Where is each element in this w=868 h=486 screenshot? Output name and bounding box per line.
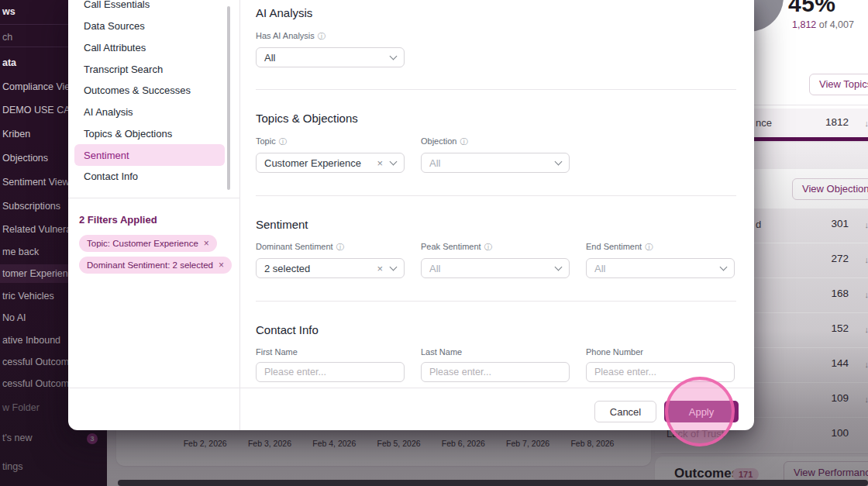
objection-row-count: 168 [831, 288, 849, 299]
topic-value: Customer Experience [264, 157, 377, 169]
objection-select[interactable]: All [421, 153, 570, 173]
section-title-topics-objections: Topics & Objections [256, 112, 358, 125]
filter-chip[interactable]: Dominant Sentiment: 2 selected × [79, 257, 232, 274]
phone-number-input[interactable] [586, 362, 735, 382]
dominant-sentiment-field: Dominant Sentimentⓘ 2 selected × [256, 242, 405, 278]
section-title-contact-info: Contact Info [256, 323, 319, 336]
objection-row-delta: ↓6 [864, 255, 868, 264]
end-sentiment-select[interactable]: All [586, 258, 735, 278]
last-name-input[interactable] [421, 362, 570, 382]
topic-select[interactable]: Customer Experience × [256, 153, 405, 173]
cancel-button[interactable]: Cancel [594, 401, 656, 422]
chevron-down-icon [390, 53, 398, 60]
peak-sentiment-value: All [429, 263, 556, 274]
chip-remove-icon[interactable]: × [219, 260, 224, 271]
filter-menu-item[interactable]: Outcomes & Successes [74, 80, 225, 102]
filter-menu-item[interactable]: Contact Info [74, 166, 225, 188]
applied-filter-chips: Topic: Customer Experience × Dominant Se… [79, 235, 232, 274]
filter-menu-item[interactable]: Data Sources [74, 16, 225, 37]
info-icon: ⓘ [279, 136, 287, 147]
objection-row-delta: ↓6 [864, 325, 868, 334]
objection-row-label-fragment: d [756, 219, 761, 230]
filter-menu-item[interactable]: Sentiment [74, 144, 225, 166]
objection-row-count: 144 [831, 357, 849, 369]
peak-sentiment-field: Peak Sentimentⓘ All [421, 242, 570, 278]
end-sentiment-value: All [594, 263, 721, 274]
divider [256, 301, 736, 302]
has-ai-analysis-select[interactable]: All [256, 47, 405, 67]
divider [256, 89, 736, 90]
info-icon: ⓘ [484, 242, 492, 253]
objection-row-count: 109 [831, 392, 849, 404]
end-sentiment-label: End Sentiment [586, 242, 642, 251]
horizontal-scrollbar[interactable] [118, 480, 868, 486]
last-name-field: Last Name [421, 347, 570, 382]
first-name-input[interactable] [256, 362, 405, 382]
objection-value: All [429, 157, 556, 169]
peak-sentiment-select[interactable]: All [421, 258, 570, 278]
apply-button[interactable]: Apply [664, 401, 739, 422]
topic-row-delta: ↓6 [864, 119, 868, 128]
filter-chip[interactable]: Topic: Customer Experience × [79, 235, 217, 252]
dominant-sentiment-label: Dominant Sentiment [256, 242, 333, 251]
clear-icon[interactable]: × [377, 157, 383, 169]
section-title-ai-analysis: AI Analysis [256, 6, 312, 19]
phone-number-field: Phone Number [586, 347, 735, 382]
has-ai-analysis-value: All [264, 52, 391, 64]
objection-label: Objection [421, 136, 456, 146]
outcomes-count-badge: 171 [732, 468, 759, 481]
has-ai-analysis-field: Has AI Analysisⓘ All [256, 31, 405, 67]
chevron-down-icon [390, 158, 398, 166]
info-icon: ⓘ [318, 31, 326, 42]
chevron-down-icon [720, 264, 728, 271]
info-icon: ⓘ [645, 242, 653, 253]
topic-row-count: 1812 [825, 116, 849, 128]
info-icon: ⓘ [336, 242, 344, 253]
gauge-fraction: 1,812 of 4,007 [792, 19, 854, 30]
divider [256, 195, 736, 196]
axis-date-label: Feb 7, 2026 [495, 439, 560, 448]
axis-date-label: Feb 3, 2026 [237, 439, 301, 448]
menu-scrollbar[interactable] [227, 6, 230, 190]
filter-form: AI Analysis Has AI Analysisⓘ All Topics … [240, 0, 754, 391]
filter-menu-item[interactable]: Transcript Search [74, 58, 225, 80]
topic-label: Topic [256, 136, 276, 146]
whats-new-badge: 3 [87, 433, 98, 444]
topic-row-label: nce [756, 117, 772, 129]
objection-row-delta: ↓7 [864, 395, 868, 404]
topic-field: Topicⓘ Customer Experience × [256, 136, 405, 173]
chevron-down-icon [390, 264, 398, 271]
objection-row-delta: ↓8 [864, 220, 868, 229]
gauge-percent: 45% [788, 0, 836, 17]
last-name-label: Last Name [421, 347, 570, 357]
section-title-sentiment: Sentiment [256, 218, 308, 231]
axis-date-label: Feb 6, 2026 [431, 439, 495, 448]
gauge-fraction-total: of 4,007 [819, 19, 854, 30]
filter-menu-item[interactable]: Call Essentials [74, 0, 225, 16]
outcomes-title: Outcomes [674, 466, 739, 481]
divider [68, 198, 240, 198]
phone-number-label: Phone Number [586, 347, 735, 357]
clear-icon[interactable]: × [377, 263, 383, 274]
chip-remove-icon[interactable]: × [204, 238, 209, 249]
chevron-down-icon [555, 264, 563, 271]
info-icon: ⓘ [460, 136, 467, 147]
filter-menu-panel: Call Essentials Data Sources Call Attrib… [68, 0, 240, 430]
end-sentiment-field: End Sentimentⓘ All [586, 242, 735, 278]
dominant-sentiment-select[interactable]: 2 selected × [256, 258, 405, 278]
view-topics-button[interactable]: View Topics [809, 74, 868, 95]
axis-date-label: Feb 4, 2026 [302, 439, 367, 448]
objection-row-delta: ↓6 [864, 290, 868, 299]
view-objections-button[interactable]: View Objections [792, 178, 868, 200]
filter-menu-item[interactable]: Call Attributes [74, 37, 225, 59]
axis-date-label: Feb 2, 2026 [173, 439, 237, 448]
filter-menu-item[interactable]: AI Analysis [74, 102, 225, 123]
divider [68, 388, 754, 388]
filter-menu: Call Essentials Data Sources Call Attrib… [74, 0, 225, 188]
dominant-sentiment-value: 2 selected [264, 263, 377, 274]
first-name-field: First Name [256, 347, 405, 382]
filter-menu-item[interactable]: Topics & Objections [74, 123, 225, 145]
sidebar-item[interactable]: tings [0, 457, 107, 476]
objection-row-count: 152 [831, 322, 849, 334]
objection-field: Objectionⓘ All [421, 136, 570, 173]
